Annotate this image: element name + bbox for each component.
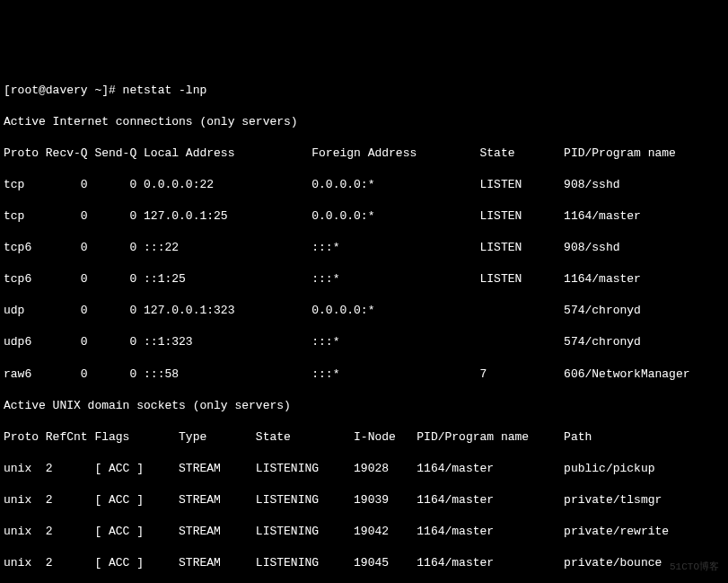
inet-row: udp6 0 0 ::1:323 :::* 574/chronyd	[4, 334, 724, 350]
terminal-output: [root@davery ~]# netstat -lnp Active Int…	[4, 66, 724, 583]
watermark-text: 51CTO博客	[670, 561, 719, 574]
unix-row: unix 2 [ ACC ] STREAM LISTENING 19045 11…	[4, 555, 724, 571]
inet-row: raw6 0 0 :::58 :::* 7 606/NetworkManager	[4, 367, 724, 383]
unix-columns-header: Proto RefCnt Flags Type State I-Node PID…	[4, 429, 724, 446]
unix-row: unix 2 [ ACC ] STREAM LISTENING 19028 11…	[4, 461, 724, 477]
section-header-inet: Active Internet connections (only server…	[4, 114, 724, 130]
prompt-line: [root@davery ~]# netstat -lnp	[4, 83, 724, 99]
unix-row: unix 2 [ ACC ] STREAM LISTENING 19039 11…	[4, 492, 724, 508]
inet-row: tcp 0 0 127.0.0.1:25 0.0.0.0:* LISTEN 11…	[4, 208, 724, 225]
section-header-unix: Active UNIX domain sockets (only servers…	[4, 398, 724, 414]
inet-columns-header: Proto Recv-Q Send-Q Local Address Foreig…	[4, 146, 724, 162]
inet-row: udp 0 0 127.0.0.1:323 0.0.0.0:* 574/chro…	[4, 303, 724, 319]
inet-row: tcp6 0 0 :::22 :::* LISTEN 908/sshd	[4, 240, 724, 256]
unix-row: unix 2 [ ACC ] STREAM LISTENING 19042 11…	[4, 524, 724, 540]
inet-row: tcp6 0 0 ::1:25 :::* LISTEN 1164/master	[4, 271, 724, 287]
inet-row: tcp 0 0 0.0.0.0:22 0.0.0.0:* LISTEN 908/…	[4, 177, 724, 193]
